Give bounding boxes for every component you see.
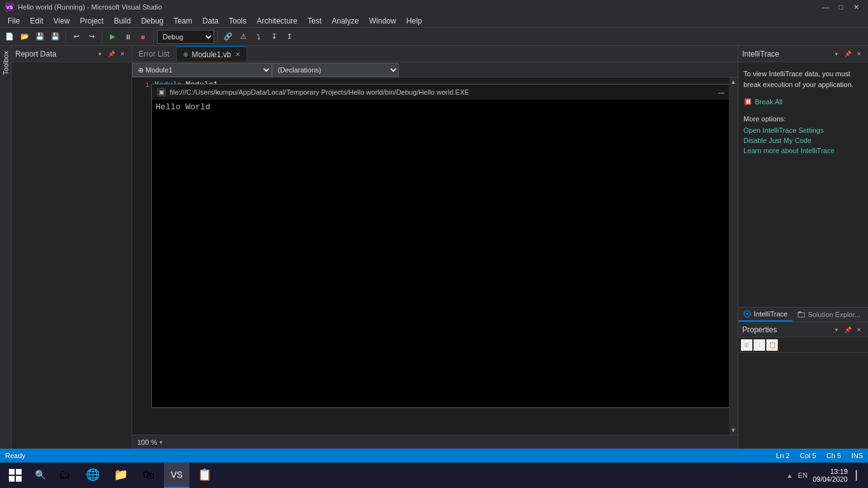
report-close-btn[interactable]: ✕: [118, 49, 128, 59]
module1-tab[interactable]: ⊕ Module1.vb ✕: [177, 46, 247, 62]
module1-tab-close[interactable]: ✕: [235, 51, 240, 58]
menu-data[interactable]: Data: [198, 14, 224, 28]
taskbar-edge-btn[interactable]: 🌐: [80, 463, 105, 488]
menu-debug[interactable]: Debug: [136, 14, 168, 28]
toolbox-label[interactable]: Toolbox: [2, 48, 10, 78]
error-list-tab-label: Error List: [139, 50, 170, 58]
properties-header: Properties ▾ 📌 ✕: [738, 322, 868, 337]
taskbar-store-btn[interactable]: 🛍: [136, 463, 161, 488]
status-left: Ready: [5, 452, 25, 459]
intellitrace-tab[interactable]: IntelliTrace: [738, 308, 792, 322]
pause-btn[interactable]: ⏸: [121, 30, 135, 44]
properties-pin-btn[interactable]: 📌: [843, 325, 853, 335]
solution-explorer-icon: [797, 311, 805, 318]
taskbar-folder-btn[interactable]: 📁: [108, 463, 133, 488]
taskbar-explorer-btn[interactable]: 🗂: [52, 463, 78, 488]
svg-rect-1: [747, 100, 748, 104]
disable-link[interactable]: Disable Just My Code: [743, 137, 863, 144]
editor-scroll-down[interactable]: ▼: [729, 426, 738, 435]
right-panel: IntelliTrace ▾ 📌 ✕ To view IntelliTrace …: [738, 46, 868, 449]
menu-architecture[interactable]: Architecture: [252, 14, 302, 28]
windows-logo: [9, 469, 22, 482]
menu-analyze[interactable]: Analyze: [327, 14, 364, 28]
stop-btn[interactable]: ■: [136, 30, 150, 44]
report-panel-controls: ▾ 📌 ✕: [95, 49, 128, 59]
step-out-btn[interactable]: ↥: [282, 30, 296, 44]
intellitrace-pin-btn[interactable]: 📌: [843, 49, 853, 59]
declarations-dropdown[interactable]: (Declarations): [272, 63, 399, 77]
svg-point-4: [746, 313, 749, 315]
new-project-btn[interactable]: 📄: [3, 30, 17, 44]
taskbar: 🔍 🗂 🌐 📁 🛍 VS 📋 ▲ EN 13:19 09/04/2020 ▏: [0, 463, 868, 488]
attach-btn[interactable]: 🔗: [221, 30, 235, 44]
module-dropdown[interactable]: ⊕ Module1: [132, 63, 272, 77]
start-button[interactable]: [3, 463, 28, 488]
learn-link[interactable]: Learn more about IntelliTrace: [743, 147, 863, 154]
menu-tools[interactable]: Tools: [224, 14, 252, 28]
intellitrace-close-btn[interactable]: ✕: [854, 49, 864, 59]
intellitrace-header: IntelliTrace ▾ 📌 ✕: [738, 46, 868, 62]
prop-categorized-btn[interactable]: ⊞: [741, 339, 752, 351]
save-btn[interactable]: 💾: [33, 30, 47, 44]
minimize-button[interactable]: —: [818, 1, 832, 13]
properties-close-btn[interactable]: ✕: [854, 325, 864, 335]
prop-alpha-btn[interactable]: ↕: [754, 339, 765, 351]
debug-config-dropdown[interactable]: Debug: [157, 30, 214, 44]
taskbar-search-btn[interactable]: 🔍: [31, 463, 50, 488]
close-button[interactable]: ✕: [849, 1, 863, 13]
intellitrace-dropdown-btn[interactable]: ▾: [831, 49, 841, 59]
maximize-button[interactable]: □: [834, 1, 848, 13]
zoom-value: 100 %: [137, 438, 157, 446]
error-list-tab[interactable]: Error List: [132, 46, 177, 62]
open-btn[interactable]: 📂: [18, 30, 32, 44]
title-bar-controls: — □ ✕: [818, 1, 863, 13]
menu-bar: File Edit View Project Build Debug Team …: [0, 14, 868, 28]
editor-scrollbar[interactable]: ▲ ▼: [729, 78, 738, 435]
console-minimize-btn[interactable]: —: [715, 87, 728, 97]
exception-btn[interactable]: ⚠: [236, 30, 250, 44]
menu-project[interactable]: Project: [75, 14, 109, 28]
menu-team[interactable]: Team: [168, 14, 197, 28]
separator-2: [102, 31, 102, 43]
start-btn[interactable]: ▶: [105, 30, 119, 44]
report-dropdown-btn[interactable]: ▾: [95, 49, 105, 59]
window-title: Hello world (Running) - Microsoft Visual…: [18, 3, 162, 11]
menu-window[interactable]: Window: [364, 14, 402, 28]
vs-icon: VS: [5, 3, 14, 11]
properties-panel: Properties ▾ 📌 ✕ ⊞ ↕ 📋: [738, 322, 868, 449]
solution-explorer-tab[interactable]: Solution Explor...: [792, 308, 865, 322]
tray-up-arrow[interactable]: ▲: [787, 472, 793, 479]
console-titlebar: ▣ file:///C:/Users/kumpu/AppData/Local/T…: [152, 85, 738, 100]
intellitrace-tab-icon: [743, 310, 751, 318]
undo-btn[interactable]: ↩: [69, 30, 83, 44]
module1-tab-label: Module1.vb: [192, 50, 231, 59]
report-pin-btn[interactable]: 📌: [106, 49, 116, 59]
redo-btn[interactable]: ↪: [85, 30, 98, 44]
status-bar: Ready Ln 2 Col 5 Ch 5 INS: [0, 449, 868, 463]
taskbar-app-btn[interactable]: 📋: [192, 463, 217, 488]
menu-file[interactable]: File: [3, 14, 25, 28]
zoom-dropdown-arrow[interactable]: ▾: [159, 439, 163, 445]
report-data-panel: Report Data ▾ 📌 ✕: [11, 46, 132, 449]
tab-bar: Error List ⊕ Module1.vb ✕: [132, 46, 738, 62]
code-toolbar: ⊕ Module1 (Declarations): [132, 62, 738, 78]
show-desktop-btn[interactable]: ▏: [853, 463, 865, 488]
menu-test[interactable]: Test: [302, 14, 327, 28]
menu-help[interactable]: Help: [401, 14, 427, 28]
open-settings-link[interactable]: Open IntelliTrace Settings: [743, 126, 863, 134]
break-all-link[interactable]: Break All: [755, 98, 782, 105]
step-into-btn[interactable]: ↧: [267, 30, 281, 44]
save-all-btn[interactable]: 💾: [48, 30, 62, 44]
properties-dropdown-btn[interactable]: ▾: [831, 325, 841, 335]
editor-scroll-up[interactable]: ▲: [729, 78, 738, 86]
console-window: ▣ file:///C:/Users/kumpu/AppData/Local/T…: [151, 84, 738, 408]
menu-build[interactable]: Build: [109, 14, 136, 28]
intellitrace-content: To view IntelliTrace data, you must brea…: [738, 62, 868, 307]
menu-view[interactable]: View: [48, 14, 75, 28]
step-over-btn[interactable]: ⤵: [252, 30, 266, 44]
menu-edit[interactable]: Edit: [25, 14, 48, 28]
prop-page-btn[interactable]: 📋: [766, 339, 778, 351]
toolbar: 📄 📂 💾 💾 ↩ ↪ ▶ ⏸ ■ Debug 🔗 ⚠ ⤵ ↧ ↥: [0, 28, 868, 46]
zoom-control: 100 % ▾: [132, 438, 168, 446]
taskbar-vs-btn[interactable]: VS: [164, 463, 189, 488]
